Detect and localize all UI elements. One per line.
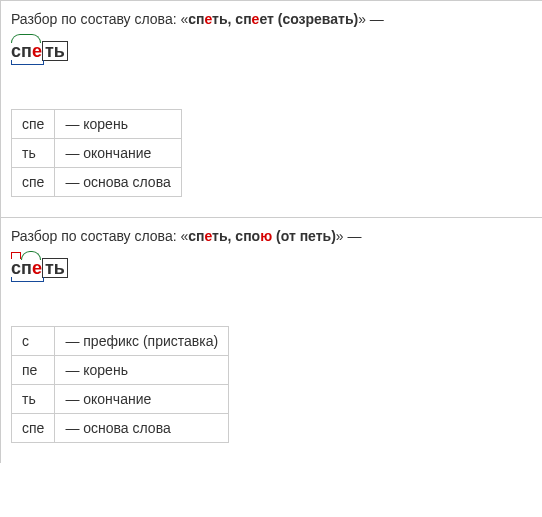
analysis-heading: Разбор по составу слова: «спеть, спеет (…: [11, 11, 532, 27]
heading-word-part: сп: [188, 11, 204, 27]
table-row: спе — корень: [12, 110, 182, 139]
heading-word-part: (от петь): [272, 228, 336, 244]
morpheme-desc: — основа слова: [55, 414, 229, 443]
heading-stress: е: [205, 228, 213, 244]
analysis-section: Разбор по составу слова: «спеть, спою (о…: [0, 217, 542, 463]
heading-word-part: ет (созревать): [259, 11, 358, 27]
root-stress: е: [32, 41, 42, 61]
prefix-morpheme: с: [11, 258, 21, 278]
table-row: с — префикс (приставка): [12, 327, 229, 356]
morpheme-table: спе — корень ть — окончание спе — основа…: [11, 109, 182, 197]
root-morpheme: спе: [11, 41, 42, 61]
morpheme-display: спеть: [11, 258, 68, 278]
morpheme-stack: спеть: [11, 258, 68, 278]
heading-text: » —: [336, 228, 362, 244]
morpheme-key: спе: [12, 168, 55, 197]
heading-stress: е: [205, 11, 213, 27]
morpheme-desc: — префикс (приставка): [55, 327, 229, 356]
table-row: спе — основа слова: [12, 168, 182, 197]
morpheme-display: спеть: [11, 41, 68, 61]
root-text: сп: [11, 41, 32, 61]
heading-text: Разбор по составу слова: «: [11, 11, 188, 27]
table-row: ть — окончание: [12, 385, 229, 414]
heading-stress: ю: [260, 228, 272, 244]
root-text: п: [21, 258, 32, 278]
root-arc-marker: [11, 34, 41, 43]
heading-text: Разбор по составу слова: «: [11, 228, 188, 244]
morpheme-key: спе: [12, 414, 55, 443]
table-row: пе — корень: [12, 356, 229, 385]
root-stress: е: [32, 258, 42, 278]
morpheme-key: ть: [12, 139, 55, 168]
table-row: ть — окончание: [12, 139, 182, 168]
stem-underline-marker: [11, 277, 44, 282]
morpheme-stack: спеть: [11, 41, 68, 61]
morpheme-desc: — корень: [55, 110, 181, 139]
heading-text: » —: [358, 11, 384, 27]
root-arc-marker: [21, 251, 41, 260]
morpheme-desc: — корень: [55, 356, 229, 385]
stem-underline-marker: [11, 60, 44, 65]
morpheme-key: ть: [12, 385, 55, 414]
morpheme-key: пе: [12, 356, 55, 385]
morpheme-key: с: [12, 327, 55, 356]
morpheme-desc: — основа слова: [55, 168, 181, 197]
morpheme-desc: — окончание: [55, 385, 229, 414]
prefix-bracket-marker: [11, 252, 21, 259]
ending-morpheme: ть: [42, 258, 68, 278]
analysis-section: Разбор по составу слова: «спеть, спеет (…: [0, 0, 542, 217]
morpheme-desc: — окончание: [55, 139, 181, 168]
table-row: спе — основа слова: [12, 414, 229, 443]
heading-word-part: ть, спо: [212, 228, 260, 244]
morpheme-key: спе: [12, 110, 55, 139]
morpheme-table: с — префикс (приставка) пе — корень ть —…: [11, 326, 229, 443]
root-morpheme: пе: [21, 258, 42, 278]
analysis-heading: Разбор по составу слова: «спеть, спою (о…: [11, 228, 532, 244]
ending-morpheme: ть: [42, 41, 68, 61]
heading-word-part: ть, сп: [212, 11, 251, 27]
heading-word-part: сп: [188, 228, 204, 244]
